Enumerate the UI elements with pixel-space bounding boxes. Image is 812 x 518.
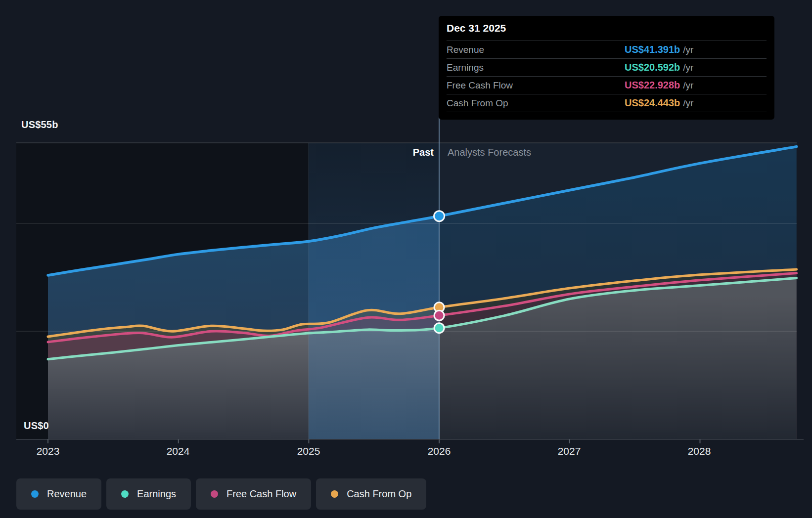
tooltip-row-cash-from-op: Cash From Op US$24.443b/yr <box>447 94 767 112</box>
past-region-label: Past <box>413 147 434 158</box>
legend-label: Cash From Op <box>347 488 411 500</box>
revenue-dot-icon <box>31 490 39 498</box>
legend-toggle-revenue[interactable]: Revenue <box>16 478 101 510</box>
tooltip-value: US$20.592b/yr <box>625 62 767 73</box>
tooltip-label: Revenue <box>447 44 625 55</box>
tooltip-value: US$24.443b/yr <box>625 97 767 109</box>
tooltip-label: Free Cash Flow <box>447 80 625 91</box>
chart-legend: Revenue Earnings Free Cash Flow Cash Fro… <box>16 478 426 510</box>
x-tick-2025: 2025 <box>297 445 320 457</box>
tooltip-date: Dec 31 2025 <box>447 16 767 41</box>
y-axis-max-label: US$55b <box>21 119 58 130</box>
cash-from-op-dot-icon <box>331 490 338 498</box>
forecast-region-label: Analysts Forecasts <box>448 147 531 158</box>
x-tick-2024: 2024 <box>167 445 190 457</box>
legend-label: Free Cash Flow <box>226 488 296 500</box>
tooltip-value: US$22.928b/yr <box>625 80 767 91</box>
tooltip-row-free-cash-flow: Free Cash Flow US$22.928b/yr <box>447 76 767 94</box>
x-tick-2023: 2023 <box>37 445 60 457</box>
x-tick-2027: 2027 <box>558 445 581 457</box>
hover-band <box>309 143 439 439</box>
marker-free-cash-flow[interactable] <box>434 310 444 320</box>
forecast-dim-overlay <box>439 143 797 439</box>
legend-toggle-cash-from-op[interactable]: Cash From Op <box>316 478 426 510</box>
legend-label: Earnings <box>137 488 176 500</box>
x-tick-2028: 2028 <box>688 445 711 457</box>
y-axis-zero-label: US$0 <box>24 420 49 432</box>
x-tick-2026: 2026 <box>428 445 451 457</box>
earnings-growth-chart-panel: US$55b US$0 Past Analysts Forecasts 2023… <box>0 0 812 518</box>
chart-tooltip: Dec 31 2025 Revenue US$41.391b/yr Earnin… <box>439 16 774 120</box>
tooltip-label: Cash From Op <box>447 98 625 109</box>
tooltip-row-revenue: Revenue US$41.391b/yr <box>447 41 767 58</box>
legend-label: Revenue <box>47 488 87 500</box>
tooltip-value: US$41.391b/yr <box>625 44 767 55</box>
legend-toggle-free-cash-flow[interactable]: Free Cash Flow <box>196 478 311 510</box>
free-cash-flow-dot-icon <box>211 490 218 498</box>
tooltip-label: Earnings <box>447 62 625 73</box>
tooltip-row-earnings: Earnings US$20.592b/yr <box>447 58 767 76</box>
marker-revenue[interactable] <box>434 211 445 221</box>
marker-earnings[interactable] <box>434 323 444 333</box>
legend-toggle-earnings[interactable]: Earnings <box>106 478 191 510</box>
earnings-dot-icon <box>121 490 129 498</box>
